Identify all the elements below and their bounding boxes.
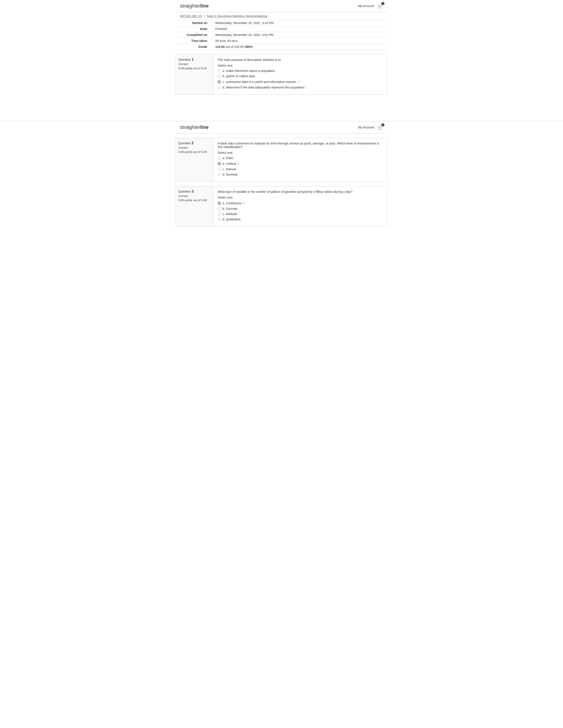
radio-2-d — [218, 173, 221, 176]
check-mark-1-c: ✓ — [298, 80, 301, 84]
site-logo: straighterline — [180, 3, 209, 9]
question-2-option-a: a. Ratio — [218, 156, 383, 160]
option-2-d-label: d. Nominal — [222, 173, 237, 176]
question-3-select-one: Select one: — [218, 196, 383, 199]
option-1-b-label: b. gather or collect data. — [222, 74, 256, 78]
question-2-option-c: c. Interval — [218, 167, 383, 171]
question-2-options: a. Ratio b. Ordinal ✓ c. Interval d. Nom… — [218, 156, 383, 176]
page-header: straighterline My Account 🛒 0 — [175, 0, 388, 12]
radio-2-c — [218, 168, 221, 171]
grade-bold: 110.00 — [215, 45, 225, 49]
question-3-number: Question 3 — [178, 190, 210, 193]
question-3-block: Question 3 Correct 5.00 points out of 5.… — [175, 186, 388, 227]
question-1-status: Correct — [178, 62, 210, 66]
cart-icon[interactable]: 🛒 0 — [378, 3, 383, 9]
question-2-sidebar: Question 2 Correct 5.00 points out of 5.… — [176, 138, 213, 182]
question-1-option-d: d. determine if the data adequately repr… — [218, 86, 383, 89]
cart-badge: 0 — [381, 2, 384, 5]
question-1-block: Question 1 Correct 5.00 points out of 5.… — [175, 54, 388, 95]
completed-on-value: Wednesday, December 14, 2022, 4:02 PM — [211, 32, 388, 38]
cart-icon-2[interactable]: 🛒 0 — [378, 125, 383, 130]
question-3-points: 5.00 points out of 5.00 — [178, 199, 210, 202]
question-1-sidebar: Question 1 Correct 5.00 points out of 5.… — [176, 54, 213, 94]
radio-3-c — [218, 212, 221, 216]
question-1-option-c: c. summarize data in a useful and inform… — [218, 80, 383, 84]
question-3-sidebar: Question 3 Correct 5.00 points out of 5.… — [176, 186, 213, 226]
radio-1-d — [218, 86, 221, 89]
option-1-d-label: d. determine if the data adequately repr… — [222, 86, 305, 89]
breadcrumb-topic[interactable]: Topic 3: Descriptive Statistics: Represe… — [207, 14, 267, 18]
question-2-block: Question 2 Correct 5.00 points out of 5.… — [175, 138, 388, 182]
question-1-select-one: Select one: — [218, 64, 383, 67]
radio-1-c — [218, 80, 221, 83]
option-3-a-label: a. Continuous — [222, 201, 241, 205]
grade-percent-bold: 88% — [245, 45, 252, 49]
option-2-b-label: b. Ordinal — [222, 162, 236, 165]
started-on-label: Started on — [175, 20, 211, 26]
question-2-option-b: b. Ordinal ✓ — [218, 161, 383, 166]
site-logo-2: straighterline — [180, 124, 209, 130]
question-2-status: Correct — [178, 146, 210, 149]
info-row-time: Time taken 49 mins 39 secs — [175, 38, 388, 44]
question-2-option-d: d. Nominal — [218, 173, 383, 176]
question-3-option-c: c. Attribute — [218, 212, 383, 216]
breadcrumb-course[interactable]: MAT150_MH_V4 — [180, 14, 202, 18]
question-2-content: A bank asks customers to evaluate its dr… — [213, 138, 387, 182]
state-label: State — [175, 26, 211, 32]
radio-1-a — [218, 69, 221, 72]
breadcrumb: MAT150_MH_V4 | Topic 3: Descriptive Stat… — [175, 12, 388, 20]
option-2-a-label: a. Ratio — [222, 156, 233, 160]
my-account-link-2[interactable]: My Account — [358, 126, 374, 129]
info-row-started: Started on Wednesday, December 14, 2022,… — [175, 20, 388, 26]
question-2-text: A bank asks customers to evaluate its dr… — [218, 142, 383, 149]
question-3-status: Correct — [178, 194, 210, 198]
question-2-number: Question 2 — [178, 141, 210, 145]
second-page-header: straighterline My Account 🛒 0 — [175, 121, 388, 133]
question-1-option-b: b. gather or collect data. — [218, 74, 383, 78]
time-taken-label: Time taken — [175, 38, 211, 44]
question-1-number: Question 1 — [178, 58, 210, 62]
option-2-c-label: c. Interval — [222, 167, 236, 171]
question-1-text: The main purpose of descriptive statisti… — [218, 58, 383, 62]
time-taken-value: 49 mins 39 secs — [211, 38, 388, 44]
radio-1-b — [218, 75, 221, 78]
info-row-grade: Grade 110.00 out of 125.00 (88%) — [175, 44, 388, 50]
grade-label: Grade — [175, 44, 211, 50]
cart-badge-2: 0 — [381, 123, 384, 126]
grade-value: 110.00 out of 125.00 (88%) — [211, 44, 388, 50]
option-1-c-label: c. summarize data in a useful and inform… — [222, 80, 297, 84]
radio-3-a — [218, 202, 221, 205]
option-3-c-label: c. Attribute — [222, 212, 237, 216]
question-1-content: The main purpose of descriptive statisti… — [213, 54, 387, 94]
question-1-options: a. make inferences about a population. b… — [218, 69, 383, 89]
state-value: Finished — [211, 26, 388, 32]
question-3-option-b: b. Discrete — [218, 207, 383, 210]
check-mark-2-b: ✓ — [237, 161, 240, 166]
started-on-value: Wednesday, December 14, 2022, 3:13 PM — [211, 20, 388, 26]
question-3-option-a: a. Continuous ✓ — [218, 201, 383, 205]
header-right: My Account 🛒 0 — [358, 3, 383, 9]
option-3-d-label: d. Qualitative — [222, 218, 241, 221]
question-3-options: a. Continuous ✓ b. Discrete c. Attribute… — [218, 201, 383, 221]
header-right-2: My Account 🛒 0 — [358, 125, 383, 130]
breadcrumb-separator: | — [204, 14, 204, 18]
option-3-b-label: b. Discrete — [222, 207, 237, 210]
question-1-points: 5.00 points out of 5.00 — [178, 67, 210, 70]
question-1-option-a: a. make inferences about a population. — [218, 69, 383, 73]
question-3-option-d: d. Qualitative — [218, 218, 383, 221]
question-3-content: What type of variable is the number of g… — [213, 186, 387, 226]
option-1-a-label: a. make inferences about a population. — [222, 69, 276, 73]
info-row-completed: Completed on Wednesday, December 14, 202… — [175, 32, 388, 38]
radio-3-b — [218, 207, 221, 210]
info-row-state: State Finished — [175, 26, 388, 32]
radio-2-a — [218, 156, 221, 159]
question-2-points: 5.00 points out of 5.00 — [178, 150, 210, 154]
radio-3-d — [218, 218, 221, 221]
info-table: Started on Wednesday, December 14, 2022,… — [175, 20, 388, 50]
check-mark-3-a: ✓ — [242, 201, 245, 205]
my-account-link[interactable]: My Account — [358, 4, 374, 8]
question-2-select-one: Select one: — [218, 151, 383, 154]
completed-on-label: Completed on — [175, 32, 211, 38]
question-3-text: What type of variable is the number of g… — [218, 190, 383, 193]
radio-2-b — [218, 162, 221, 165]
